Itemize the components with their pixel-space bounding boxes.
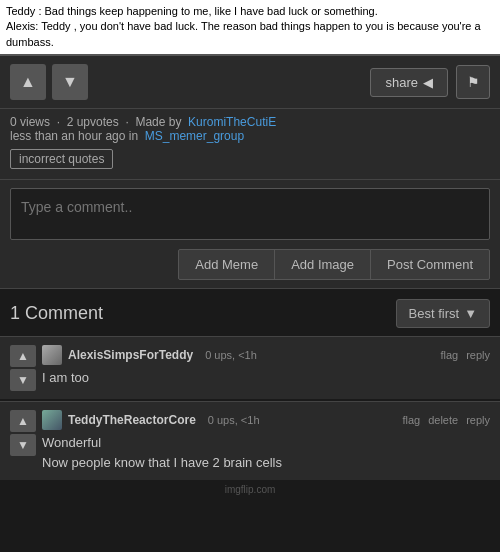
sort-button[interactable]: Best first ▼ — [396, 299, 490, 328]
comment-downvote-1[interactable]: ▼ — [10, 369, 36, 391]
comment-input-area: Add Meme Add Image Post Comment — [0, 180, 500, 289]
comment-item-2: ▲ ▼ TeddyTheReactorCore 0 ups, <1h flag … — [0, 401, 500, 480]
comment-delete-2[interactable]: delete — [428, 414, 458, 426]
comment-inner-2: ▲ ▼ TeddyTheReactorCore 0 ups, <1h flag … — [10, 410, 490, 472]
comment-actions-2: flag delete reply — [402, 414, 490, 426]
upvotes-count: 2 upvotes — [67, 115, 119, 129]
comment-meta-1: AlexisSimpsForTeddy 0 ups, <1h flag repl… — [42, 345, 490, 365]
post-comment-button[interactable]: Post Comment — [370, 249, 490, 280]
imgflip-credit: imgflip.com — [0, 480, 500, 499]
avatar-2 — [42, 410, 62, 430]
comments-header: 1 Comment Best first ▼ — [0, 289, 500, 336]
comment-user-row-1: AlexisSimpsForTeddy 0 ups, <1h — [42, 345, 257, 365]
vote-buttons: ▲ ▼ — [10, 64, 88, 100]
add-image-button[interactable]: Add Image — [274, 249, 371, 280]
upvote-button[interactable]: ▲ — [10, 64, 46, 100]
right-actions: share ◀ ⚑ — [370, 65, 490, 99]
comment-textarea[interactable] — [10, 188, 490, 240]
action-bar: ▲ ▼ share ◀ ⚑ — [0, 56, 500, 109]
comment-actions-1: flag reply — [440, 349, 490, 361]
comment-flag-2[interactable]: flag — [402, 414, 420, 426]
comment-item: ▲ ▼ AlexisSimpsForTeddy 0 ups, <1h flag … — [0, 336, 500, 399]
flag-button[interactable]: ⚑ — [456, 65, 490, 99]
meme-line2: Alexis: Teddy , you don't have bad luck.… — [6, 19, 494, 50]
comment-username-1: AlexisSimpsForTeddy — [68, 348, 193, 362]
downvote-button[interactable]: ▼ — [52, 64, 88, 100]
comment-vote-col-1: ▲ ▼ — [10, 345, 36, 391]
views-count: 0 views — [10, 115, 50, 129]
comment-meta-2: TeddyTheReactorCore 0 ups, <1h flag dele… — [42, 410, 490, 430]
sort-arrow-icon: ▼ — [464, 306, 477, 321]
made-by-prefix: Made by — [135, 115, 181, 129]
comment-username-2: TeddyTheReactorCore — [68, 413, 196, 427]
share-icon: ◀ — [423, 75, 433, 90]
meta-info: 0 views · 2 upvotes · Made by KuromiTheC… — [0, 109, 500, 180]
comment-upvote-1[interactable]: ▲ — [10, 345, 36, 367]
sort-label: Best first — [409, 306, 460, 321]
comment-inner-1: ▲ ▼ AlexisSimpsForTeddy 0 ups, <1h flag … — [10, 345, 490, 391]
comment-text-1: I am too — [42, 368, 490, 388]
comment-body-2: TeddyTheReactorCore 0 ups, <1h flag dele… — [42, 410, 490, 472]
tag[interactable]: incorrect quotes — [10, 149, 113, 169]
group-link[interactable]: MS_memer_group — [145, 129, 244, 143]
meme-line1: Teddy : Bad things keep happening to me,… — [6, 4, 494, 19]
comment-user-row-2: TeddyTheReactorCore 0 ups, <1h — [42, 410, 260, 430]
meme-image: Teddy : Bad things keep happening to me,… — [0, 0, 500, 56]
comment-upvote-2[interactable]: ▲ — [10, 410, 36, 432]
comment-downvote-2[interactable]: ▼ — [10, 434, 36, 456]
comment-stats-1: 0 ups, <1h — [205, 349, 257, 361]
comment-body-1: AlexisSimpsForTeddy 0 ups, <1h flag repl… — [42, 345, 490, 388]
comment-vote-col-2: ▲ ▼ — [10, 410, 36, 456]
comments-count: 1 Comment — [10, 303, 103, 324]
time-prefix: less than an hour ago in — [10, 129, 138, 143]
comment-reply-2[interactable]: reply — [466, 414, 490, 426]
avatar-1 — [42, 345, 62, 365]
share-button[interactable]: share ◀ — [370, 68, 448, 97]
add-meme-button[interactable]: Add Meme — [178, 249, 275, 280]
comment-reply-1[interactable]: reply — [466, 349, 490, 361]
comment-buttons: Add Meme Add Image Post Comment — [10, 249, 490, 280]
author-link[interactable]: KuromiTheCutiE — [188, 115, 276, 129]
comment-text-2: WonderfulNow people know that I have 2 b… — [42, 433, 490, 472]
comment-flag-1[interactable]: flag — [440, 349, 458, 361]
comment-stats-2: 0 ups, <1h — [208, 414, 260, 426]
